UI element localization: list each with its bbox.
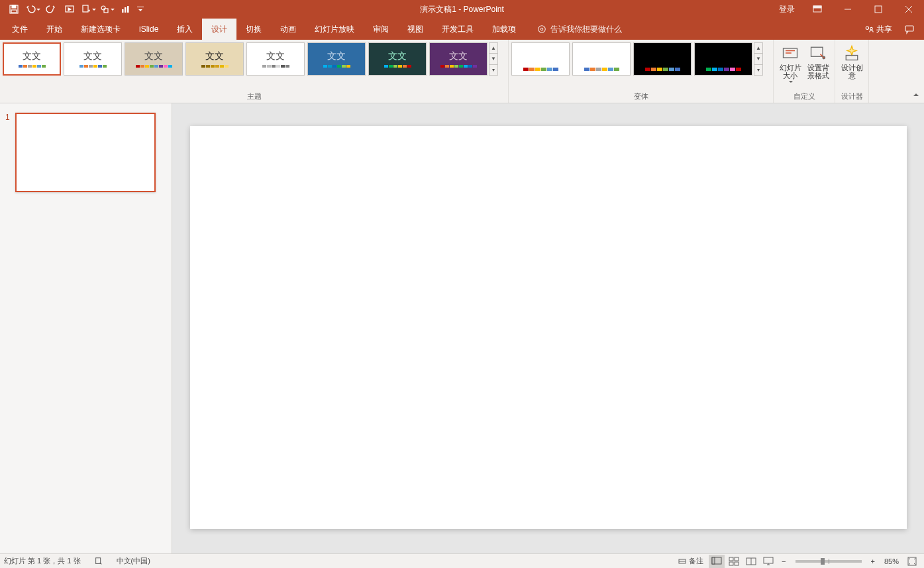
tab-文件[interactable]: 文件 [3,19,37,40]
customize-qat-button[interactable] [135,1,146,17]
tab-插入[interactable]: 插入 [168,19,202,40]
customize-group: 幻灯片大小 设置背景格式 自定义 [774,40,835,103]
tab-视图[interactable]: 视图 [398,19,433,40]
ribbon-display-options-button[interactable] [802,0,833,19]
maximize-button[interactable] [863,0,894,19]
tab-切换[interactable]: 切换 [236,19,271,40]
comments-button[interactable] [900,20,919,38]
gallery-scroll-down[interactable]: ▼ [489,54,497,64]
theme-item[interactable]: 文文 [185,42,244,76]
theme-sample-text: 文文 [449,50,468,62]
variants-group: ▲▼▾ 变体 [509,40,774,103]
tab-设计[interactable]: 设计 [202,19,236,40]
collapse-ribbon-button[interactable] [912,91,920,100]
undo-button[interactable] [24,1,41,17]
ribbon-tabs: 文件开始新建选项卡iSlide插入设计切换动画幻灯片放映审阅视图开发工具加载项 … [0,19,924,40]
slide-canvas[interactable] [190,126,907,529]
tab-开始[interactable]: 开始 [37,19,72,40]
gallery-scroll-up[interactable]: ▲ [754,43,762,54]
variant-color-swatches [584,68,619,71]
theme-item[interactable]: 文文 [125,42,183,76]
start-from-beginning-button[interactable] [61,1,78,17]
notes-button[interactable]: 备注 [674,555,707,568]
redo-button[interactable] [42,1,60,17]
svg-point-20 [870,27,873,30]
spellcheck-button[interactable] [90,555,107,568]
fit-to-window-button[interactable] [904,555,920,568]
slide-number: 1 [5,113,10,122]
theme-sample-text: 文文 [83,50,102,62]
tab-动画[interactable]: 动画 [271,19,305,40]
themes-group: 文文文文文文文文文文文文文文文文▲▼▾ 主题 [0,40,509,103]
ribbon: 文文文文文文文文文文文文文文文文▲▼▾ 主题 ▲▼▾ 变体 幻灯片大小 设置背景… [0,40,924,103]
svg-rect-1 [12,5,16,8]
share-label: 共享 [876,24,892,35]
theme-item[interactable]: 文文 [429,42,488,76]
slide-thumbnail[interactable] [15,113,156,192]
slide-editor [172,103,924,553]
slideshow-view-button[interactable] [760,555,776,568]
theme-color-swatches [323,65,350,68]
normal-view-button[interactable] [709,555,725,568]
variant-item[interactable] [633,42,692,76]
minimize-button[interactable] [833,0,863,19]
variant-color-swatches [523,68,558,71]
chart-button[interactable] [117,1,134,17]
zoom-slider[interactable] [796,560,862,563]
share-button[interactable]: 共享 [859,24,898,35]
variant-item[interactable] [694,42,752,76]
svg-rect-21 [905,26,913,31]
close-button[interactable] [894,0,924,19]
theme-sample-text: 文文 [327,50,346,62]
variants-group-label: 变体 [511,90,770,101]
tell-me-label: 告诉我你想要做什么 [550,24,622,35]
tab-开发工具[interactable]: 开发工具 [433,19,483,40]
theme-item[interactable]: 文文 [246,42,305,76]
svg-rect-36 [764,557,773,563]
variant-color-swatches [706,68,741,71]
quick-access-toolbar [0,1,146,17]
theme-item[interactable]: 文文 [64,42,122,76]
tell-me-input[interactable]: 告诉我你想要做什么 [531,19,629,40]
zoom-level-label[interactable]: 85% [880,555,903,568]
theme-color-swatches [79,65,107,68]
tab-iSlide[interactable]: iSlide [130,19,168,40]
slide-size-label: 幻灯片大小 [776,64,804,80]
tab-审阅[interactable]: 审阅 [364,19,398,40]
slide-thumbnail-item[interactable]: 1 [5,113,166,192]
slide-size-button[interactable]: 幻灯片大小 [776,42,804,83]
tab-加载项[interactable]: 加载项 [483,19,525,40]
theme-sample-text: 文文 [144,50,163,62]
login-button[interactable]: 登录 [772,0,802,19]
window-title: 演示文稿1 - PowerPoint [420,4,504,15]
theme-sample-text: 文文 [23,50,41,62]
theme-item[interactable]: 文文 [368,42,427,76]
zoom-in-button[interactable]: + [867,555,879,568]
new-slide-button[interactable] [79,1,97,17]
tab-幻灯片放映[interactable]: 幻灯片放映 [305,19,364,40]
zoom-out-button[interactable]: − [778,555,790,568]
design-ideas-button[interactable]: 设计创意 [838,42,866,80]
theme-sample-text: 文文 [205,50,224,62]
gallery-scroll-down[interactable]: ▼ [754,54,762,64]
svg-rect-32 [735,557,739,561]
gallery-more[interactable]: ▾ [754,65,762,75]
slide-count-label[interactable]: 幻灯片 第 1 张，共 1 张 [4,556,81,566]
variant-item[interactable] [511,42,570,76]
gallery-more[interactable]: ▾ [489,65,497,75]
variant-item[interactable] [572,42,631,76]
slide-sorter-view-button[interactable] [726,555,742,568]
format-background-button[interactable]: 设置背景格式 [804,42,832,80]
gallery-scroll-up[interactable]: ▲ [489,43,497,54]
save-button[interactable] [5,1,23,17]
tab-新建选项卡[interactable]: 新建选项卡 [72,19,130,40]
svg-rect-12 [813,6,821,8]
reading-view-button[interactable] [743,555,759,568]
theme-color-swatches [384,65,411,68]
variant-color-swatches [645,68,680,71]
language-label[interactable]: 中文(中国) [117,556,150,566]
title-bar: 演示文稿1 - PowerPoint 登录 [0,0,924,19]
theme-item[interactable]: 文文 [3,42,61,76]
shapes-button[interactable] [98,1,115,17]
theme-item[interactable]: 文文 [307,42,366,76]
